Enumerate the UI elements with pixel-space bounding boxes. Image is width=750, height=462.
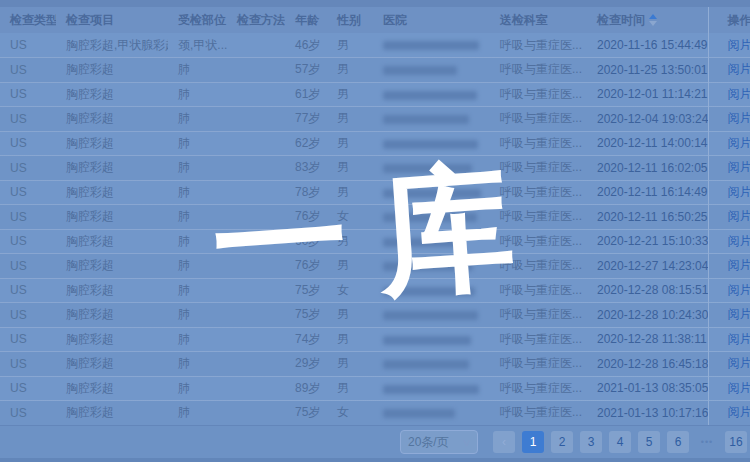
cell-exam-type: US (0, 327, 56, 352)
col-header-age: 年龄 (285, 7, 327, 33)
view-film-link[interactable]: 阅片 (728, 87, 750, 101)
view-film-link[interactable]: 阅片 (728, 283, 750, 297)
view-film-link[interactable]: 阅片 (728, 405, 750, 419)
sort-caret-icon[interactable] (649, 14, 657, 26)
view-film-link[interactable]: 阅片 (728, 332, 750, 346)
cell-gender: 男 (327, 131, 373, 156)
view-film-link[interactable]: 阅片 (728, 111, 750, 125)
col-header-exam-time[interactable]: 检查时间 (587, 7, 708, 33)
cell-action: 阅片 (708, 352, 750, 377)
cell-age: 62岁 (285, 131, 327, 156)
exam-time-label: 检查时间 (597, 13, 645, 27)
cell-hospital (373, 229, 490, 254)
hospital-redacted-block (383, 262, 473, 271)
cell-hospital (373, 82, 490, 107)
cell-exam-item: 胸腔彩超 (56, 156, 168, 181)
table-row[interactable]: US 胸腔彩超 肺 76岁 女 呼吸与重症医... 2020-12-11 16:… (0, 205, 750, 230)
cell-gender: 男 (327, 33, 373, 58)
page-button-6[interactable]: 6 (667, 431, 689, 453)
table-row[interactable]: US 胸腔彩超 肺 29岁 男 呼吸与重症医... 2020-12-28 16:… (0, 352, 750, 377)
cell-exam-type: US (0, 303, 56, 328)
cell-department: 呼吸与重症医... (490, 352, 587, 377)
table-header-row: 检查类型 检查项目 受检部位 检查方法 年龄 性别 医院 送检科室 检查时间 操… (0, 7, 750, 33)
table-row[interactable]: US 胸腔彩超 肺 62岁 男 呼吸与重症医... 2020-12-11 14:… (0, 131, 750, 156)
col-header-body-part: 受检部位 (168, 7, 227, 33)
view-film-link[interactable]: 阅片 (728, 381, 750, 395)
page-size-value: 20条/页 (408, 434, 449, 451)
hospital-redacted-block (383, 140, 478, 149)
view-film-link[interactable]: 阅片 (728, 209, 750, 223)
view-film-link[interactable]: 阅片 (728, 307, 750, 321)
table-row[interactable]: US 胸腔彩超 肺 74岁 男 呼吸与重症医... 2020-12-28 11:… (0, 327, 750, 352)
table-row[interactable]: US 胸腔彩超 肺 60岁 男 呼吸与重症医... 2020-12-21 15:… (0, 229, 750, 254)
table-row[interactable]: US 胸腔彩超 肺 77岁 男 呼吸与重症医... 2020-12-04 19:… (0, 107, 750, 132)
cell-gender: 男 (327, 352, 373, 377)
cell-body-part: 肺 (168, 229, 227, 254)
view-film-link[interactable]: 阅片 (728, 62, 750, 76)
cell-action: 阅片 (708, 156, 750, 181)
hospital-redacted-block (383, 189, 481, 198)
cell-department: 呼吸与重症医... (490, 254, 587, 279)
page-button-2[interactable]: 2 (551, 431, 573, 453)
cell-age: 77岁 (285, 107, 327, 132)
col-header-action: 操作 (708, 7, 750, 33)
table-row[interactable]: US 胸腔彩超 肺 61岁 男 呼吸与重症医... 2020-12-01 11:… (0, 82, 750, 107)
cell-exam-item: 胸腔彩超 (56, 327, 168, 352)
page-size-select[interactable]: 20条/页 ∨ (400, 430, 478, 454)
view-film-link[interactable]: 阅片 (728, 185, 750, 199)
hospital-redacted-block (383, 41, 479, 50)
cell-exam-time: 2020-12-01 11:14:21 (587, 82, 708, 107)
table-row[interactable]: US 胸腔彩超 肺 75岁 女 呼吸与重症医... 2020-12-28 08:… (0, 278, 750, 303)
view-film-link[interactable]: 阅片 (728, 136, 750, 150)
table-row[interactable]: US 胸腔彩超,甲状腺彩超 颈,甲状... 46岁 男 呼吸与重症医... 20… (0, 33, 750, 58)
table-row[interactable]: US 胸腔彩超 肺 75岁 女 呼吸与重症医... 2021-01-13 10:… (0, 401, 750, 426)
cell-body-part: 肺 (168, 401, 227, 426)
cell-exam-item: 胸腔彩超 (56, 58, 168, 83)
table-row[interactable]: US 胸腔彩超 肺 83岁 男 呼吸与重症医... 2020-12-11 16:… (0, 156, 750, 181)
table-row[interactable]: US 胸腔彩超 肺 76岁 男 呼吸与重症医... 2020-12-27 14:… (0, 254, 750, 279)
view-film-link[interactable]: 阅片 (728, 258, 750, 272)
page-button-5[interactable]: 5 (638, 431, 660, 453)
page-button-3[interactable]: 3 (580, 431, 602, 453)
table-row[interactable]: US 胸腔彩超 肺 75岁 男 呼吸与重症医... 2020-12-28 10:… (0, 303, 750, 328)
page-button-1[interactable]: 1 (522, 431, 544, 453)
hospital-redacted-block (383, 311, 478, 320)
col-header-hospital: 医院 (373, 7, 490, 33)
cell-action: 阅片 (708, 33, 750, 58)
page-button-16[interactable]: 16 (725, 431, 747, 453)
cell-exam-time: 2020-12-11 14:00:14 (587, 131, 708, 156)
exam-table: 检查类型 检查项目 受检部位 检查方法 年龄 性别 医院 送检科室 检查时间 操… (0, 7, 750, 426)
hospital-redacted-block (383, 66, 457, 75)
cell-age: 57岁 (285, 58, 327, 83)
cell-age: 83岁 (285, 156, 327, 181)
cell-age: 29岁 (285, 352, 327, 377)
cell-exam-method (227, 156, 285, 181)
cell-exam-time: 2020-12-11 16:14:49 (587, 180, 708, 205)
cell-body-part: 肺 (168, 156, 227, 181)
cell-age: 76岁 (285, 254, 327, 279)
top-strip (0, 0, 750, 7)
cell-exam-time: 2021-01-13 10:17:16 (587, 401, 708, 426)
cell-exam-item: 胸腔彩超 (56, 82, 168, 107)
cell-exam-time: 2020-12-11 16:50:25 (587, 205, 708, 230)
cell-body-part: 肺 (168, 376, 227, 401)
hospital-redacted-block (383, 164, 472, 173)
view-film-link[interactable]: 阅片 (728, 160, 750, 174)
table-row[interactable]: US 胸腔彩超 肺 78岁 男 呼吸与重症医... 2020-12-11 16:… (0, 180, 750, 205)
cell-exam-item: 胸腔彩超 (56, 180, 168, 205)
cell-exam-time: 2021-01-13 08:35:05 (587, 376, 708, 401)
page-ellipsis[interactable]: ••• (696, 431, 718, 453)
exam-list-screen: 检查类型 检查项目 受检部位 检查方法 年龄 性别 医院 送检科室 检查时间 操… (0, 0, 750, 462)
view-film-link[interactable]: 阅片 (728, 234, 750, 248)
table-row[interactable]: US 胸腔彩超 肺 89岁 男 呼吸与重症医... 2021-01-13 08:… (0, 376, 750, 401)
hospital-redacted-block (383, 115, 469, 124)
table-row[interactable]: US 胸腔彩超 肺 57岁 男 呼吸与重症医... 2020-11-25 13:… (0, 58, 750, 83)
caret-down-icon (649, 21, 657, 26)
page-button-4[interactable]: 4 (609, 431, 631, 453)
view-film-link[interactable]: 阅片 (728, 38, 750, 52)
cell-hospital (373, 205, 490, 230)
view-film-link[interactable]: 阅片 (728, 356, 750, 370)
cell-age: 75岁 (285, 278, 327, 303)
cell-age: 76岁 (285, 205, 327, 230)
prev-page-button[interactable]: ‹ (493, 431, 515, 453)
